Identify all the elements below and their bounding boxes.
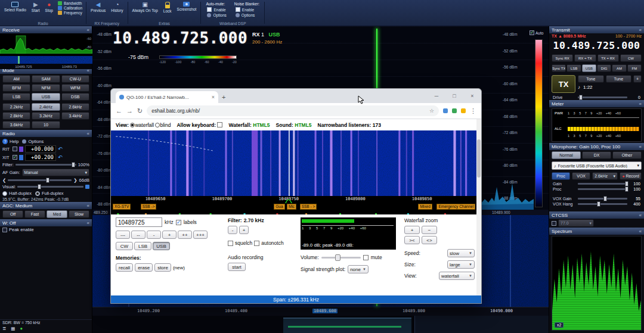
auto-mute-enable-checkbox[interactable] xyxy=(207,7,212,12)
proc-toggle-button[interactable]: Proc xyxy=(552,172,570,180)
view-dropdown[interactable]: waterfall▼ xyxy=(439,272,475,280)
waterfall-zoom-button[interactable]: >< xyxy=(404,236,420,244)
tune-button[interactable]: Tune xyxy=(606,75,632,83)
tune-step-button[interactable]: --- xyxy=(116,231,130,239)
speaker-icon[interactable]: ♪ xyxy=(578,85,580,90)
mic-preset-button[interactable]: Other xyxy=(612,151,642,159)
select-radio-button[interactable]: Select Radio xyxy=(2,1,28,13)
agc-button[interactable]: Med xyxy=(47,210,67,218)
labels-checkbox[interactable] xyxy=(176,220,181,225)
volume-slider[interactable] xyxy=(321,257,361,259)
filter-widen-button[interactable]: + xyxy=(239,226,249,234)
ctcss-header[interactable]: CTCSS« xyxy=(549,211,644,219)
tx-plus-button[interactable]: + xyxy=(633,75,642,83)
tune-step-button[interactable]: - xyxy=(147,231,161,239)
mode-button[interactable]: WFM xyxy=(61,84,89,92)
vox-gain-slider[interactable] xyxy=(578,198,627,200)
allow-keyboard-checkbox[interactable] xyxy=(217,122,222,127)
xit-checkbox[interactable] xyxy=(13,155,17,160)
waterfall-zoom-button[interactable]: <> xyxy=(422,236,437,244)
band-label-chip[interactable]: Emergency Channel xyxy=(436,204,475,210)
tune-step-button[interactable]: + xyxy=(162,231,177,239)
tx-button[interactable]: TX xyxy=(552,75,575,93)
bookmark-star-icon[interactable]: ☆ xyxy=(429,108,434,114)
memory-button[interactable]: erase xyxy=(135,263,153,272)
websdr-mode-button[interactable]: USB xyxy=(153,242,170,250)
mini-spectrum-display[interactable]: -60 -80 10489.725 10489.73 xyxy=(0,33,92,67)
tx-mode-button[interactable]: AM xyxy=(612,64,626,72)
history-button[interactable]: ◔ History xyxy=(109,1,125,13)
menu-icon[interactable]: ≣ xyxy=(2,326,6,331)
xit-value[interactable]: +00.200 xyxy=(25,154,56,161)
band-label-chip[interactable]: Mic xyxy=(287,204,296,210)
nr-header[interactable]: W: Off« xyxy=(0,219,92,226)
always-on-top-button[interactable]: ▣ Always On Top xyxy=(131,1,160,13)
tab-close-icon[interactable]: × xyxy=(212,94,215,100)
memory-new-link[interactable]: (new) xyxy=(173,265,185,270)
audio-device-dropdown[interactable]: ♪ Focusrite USB (Focusrite USB Audio) ▾ xyxy=(552,161,642,170)
close-button[interactable]: × xyxy=(463,89,481,103)
browser-titlebar[interactable]: QO-100 / Es'hail-2 Narrowb... × + ─ □ × xyxy=(111,89,481,103)
tx-sync-button[interactable]: TX = RX xyxy=(597,54,619,62)
tx-sync-button[interactable]: RX = TX xyxy=(574,54,596,62)
mode-button[interactable]: BFM xyxy=(2,84,30,92)
websdr-mode-button[interactable]: LSB xyxy=(134,242,151,250)
mic-preset-button[interactable]: DX xyxy=(582,151,611,159)
calibration-button[interactable]: Calibration xyxy=(57,6,83,10)
tx-mode-button[interactable]: FM xyxy=(627,64,642,72)
palette-auto-row[interactable]: Auto xyxy=(530,30,543,35)
tx-audio-spectrum[interactable]: x2 xyxy=(552,236,642,331)
autonotch-checkbox[interactable] xyxy=(254,241,259,246)
speed-dropdown[interactable]: slow▼ xyxy=(447,249,475,257)
rit-checkbox[interactable] xyxy=(13,147,17,151)
grid-icon[interactable]: ▦ xyxy=(11,326,15,331)
peak-enable-row[interactable]: Peak enable xyxy=(0,226,92,233)
frequency-input[interactable] xyxy=(116,217,162,227)
peak-enable-checkbox[interactable] xyxy=(2,228,7,232)
mic-gain-slider[interactable] xyxy=(578,183,627,185)
bandwidth-button[interactable]: 10 xyxy=(32,121,60,129)
noise-blanker-enable[interactable]: Enable xyxy=(234,7,259,12)
increment-icon[interactable]: ❯ xyxy=(73,178,77,183)
receive-header[interactable]: Receive« xyxy=(0,26,92,33)
agc-button[interactable]: Fast xyxy=(24,210,45,218)
signal-plot-dropdown[interactable]: none▼ xyxy=(348,265,369,273)
browser-scrollbar[interactable] xyxy=(476,119,481,295)
noise-blanker-options[interactable]: Options xyxy=(234,13,259,17)
waterfall-palette-bar[interactable] xyxy=(535,39,543,207)
band-label-chip[interactable]: XG-STV xyxy=(113,204,131,210)
auto-mute-enable[interactable]: Enable xyxy=(206,7,227,12)
tune-step-button[interactable]: -- xyxy=(131,231,145,239)
bandwidth-button[interactable]: 2.8kHz xyxy=(2,112,30,120)
decrement-icon[interactable]: ❮ xyxy=(2,178,6,183)
memory-button[interactable]: store xyxy=(154,263,171,272)
agc-header[interactable]: AGC: Medium« xyxy=(0,202,92,209)
mode-button[interactable]: USB xyxy=(32,93,60,101)
bandwidth-button[interactable]: 3.2kHz xyxy=(32,112,60,120)
chrome-browser-window[interactable]: QO-100 / Es'hail-2 Narrowb... × + ─ □ × … xyxy=(110,88,482,304)
band-label-chip[interactable]: SSB -> xyxy=(141,204,157,210)
new-tab-button[interactable]: + xyxy=(222,94,225,101)
mode-button[interactable]: LSB xyxy=(2,93,30,101)
tx-bandwidth-dropdown[interactable]: 2.6kHz▾ xyxy=(592,172,618,180)
bandwidth-button[interactable]: 2.2kHz xyxy=(2,103,30,111)
mic-preset-button[interactable]: Normal xyxy=(552,151,581,159)
drive-slider[interactable] xyxy=(578,97,627,98)
bandwidth-button[interactable]: Bandwidth xyxy=(57,1,83,5)
reload-icon[interactable]: ↻ xyxy=(137,107,143,115)
waterfall-zoom-button[interactable]: + xyxy=(404,226,420,234)
bandwidth-button[interactable]: 2.6kHz xyxy=(61,103,89,111)
full-duplex-radio[interactable]: Full-duplex xyxy=(35,191,64,196)
ctcss-tone-dropdown[interactable]: 77.0▾ xyxy=(558,219,594,227)
meter-header[interactable]: Meter« xyxy=(549,100,644,107)
tx-sync-button[interactable]: CW xyxy=(620,54,642,62)
filter-narrow-button[interactable]: - xyxy=(228,226,237,234)
bandwidth-button[interactable]: 3.4kHz xyxy=(61,112,89,120)
ctcss-checkbox[interactable] xyxy=(552,221,556,226)
af-gain-slider[interactable] xyxy=(8,179,72,181)
back-icon[interactable]: ← xyxy=(116,107,122,114)
browser-tab[interactable]: QO-100 / Es'hail-2 Narrowb... × xyxy=(116,91,218,103)
extension-icon[interactable] xyxy=(443,108,448,113)
extension-icon[interactable] xyxy=(461,108,466,113)
mode-button[interactable]: DSB xyxy=(61,93,89,101)
